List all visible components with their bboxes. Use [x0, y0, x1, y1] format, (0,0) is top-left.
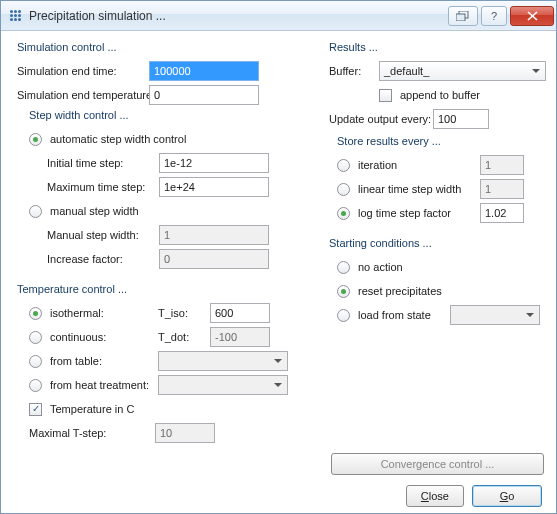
auto-step-label: automatic step width control — [50, 133, 186, 145]
append-checkbox[interactable] — [379, 89, 392, 102]
store-log-label: log time step factor — [358, 207, 476, 219]
store-linear-label: linear time step width — [358, 183, 476, 195]
temp-control-title: Temperature control ... — [17, 283, 311, 295]
buffer-combo[interactable]: _default_ — [379, 61, 546, 81]
from-table-label: from table: — [50, 355, 154, 367]
update-label: Update output every: — [329, 113, 429, 125]
row-store-iteration: iteration — [337, 153, 546, 177]
starting-title: Starting conditions ... — [329, 237, 546, 249]
row-load: load from state — [337, 303, 546, 327]
reset-radio[interactable] — [337, 285, 350, 298]
tiso-label: T_iso: — [158, 307, 206, 319]
row-isothermal: isothermal: T_iso: — [29, 301, 311, 325]
manual-step-label: manual step width — [50, 205, 139, 217]
max-tstep-label: Maximal T-step: — [29, 427, 151, 439]
row-manual-width: Manual step width: — [47, 223, 311, 247]
svg-rect-1 — [456, 14, 465, 21]
end-temp-label: Simulation end temperature: — [17, 89, 145, 101]
titlebar-close-button[interactable] — [510, 6, 554, 26]
row-temp-in-c: ✓ Temperature in C — [29, 397, 311, 421]
row-append: append to buffer — [329, 83, 546, 107]
from-heat-radio[interactable] — [29, 379, 42, 392]
isothermal-label: isothermal: — [50, 307, 154, 319]
isothermal-radio[interactable] — [29, 307, 42, 320]
store-iteration-label: iteration — [358, 159, 476, 171]
titlebar: Precipitation simulation ... ? — [1, 1, 556, 31]
no-action-radio[interactable] — [337, 261, 350, 274]
bottom-bar: Close Go — [329, 481, 546, 507]
from-table-radio[interactable] — [29, 355, 42, 368]
row-end-time: Simulation end time: — [17, 59, 311, 83]
increase-input — [159, 249, 269, 269]
row-auto-step: automatic step width control — [29, 127, 311, 151]
reset-label: reset precipitates — [358, 285, 442, 297]
titlebar-restore-button[interactable] — [448, 6, 478, 26]
restore-icon — [456, 11, 470, 21]
load-label: load from state — [358, 309, 446, 321]
increase-label: Increase factor: — [47, 253, 155, 265]
row-increase: Increase factor: — [47, 247, 311, 271]
from-heat-combo — [158, 375, 288, 395]
max-tstep-input — [155, 423, 215, 443]
row-from-table: from table: — [29, 349, 311, 373]
manual-width-input — [159, 225, 269, 245]
max-step-input[interactable] — [159, 177, 269, 197]
from-heat-label: from heat treatment: — [50, 379, 154, 391]
manual-width-label: Manual step width: — [47, 229, 155, 241]
store-title: Store results every ... — [337, 135, 546, 147]
columns: Simulation control ... Simulation end ti… — [11, 39, 546, 507]
buffer-label: Buffer: — [329, 65, 375, 77]
left-column: Simulation control ... Simulation end ti… — [11, 39, 311, 507]
temp-in-c-label: Temperature in C — [50, 403, 134, 415]
store-iteration-radio[interactable] — [337, 159, 350, 172]
window-title: Precipitation simulation ... — [29, 9, 448, 23]
initial-step-label: Initial time step: — [47, 157, 155, 169]
no-action-label: no action — [358, 261, 403, 273]
row-no-action: no action — [337, 255, 546, 279]
row-store-linear: linear time step width — [337, 177, 546, 201]
append-label: append to buffer — [400, 89, 480, 101]
row-continuous: continuous: T_dot: — [29, 325, 311, 349]
end-time-input[interactable] — [149, 61, 259, 81]
update-input[interactable] — [433, 109, 489, 129]
results-title: Results ... — [329, 41, 546, 53]
row-reset: reset precipitates — [337, 279, 546, 303]
initial-step-input[interactable] — [159, 153, 269, 173]
row-from-heat: from heat treatment: — [29, 373, 311, 397]
store-iteration-input — [480, 155, 524, 175]
dialog-window: Precipitation simulation ... ? Simulatio… — [0, 0, 557, 514]
close-button[interactable]: Close — [406, 485, 464, 507]
end-temp-input[interactable] — [149, 85, 259, 105]
step-width-title: Step width control ... — [29, 109, 311, 121]
go-button[interactable]: Go — [472, 485, 542, 507]
row-buffer: Buffer: _default_ — [329, 59, 546, 83]
row-end-temp: Simulation end temperature: — [17, 83, 311, 107]
starting-block: Starting conditions ... no action reset … — [329, 235, 546, 327]
row-store-log: log time step factor — [337, 201, 546, 225]
app-icon — [7, 8, 23, 24]
load-radio[interactable] — [337, 309, 350, 322]
manual-step-radio[interactable] — [29, 205, 42, 218]
continuous-radio[interactable] — [29, 331, 42, 344]
auto-step-radio[interactable] — [29, 133, 42, 146]
row-max-step: Maximum time step: — [47, 175, 311, 199]
right-column: Results ... Buffer: _default_ append to … — [329, 39, 546, 507]
convergence-button: Convergence control ... — [331, 453, 544, 475]
store-log-radio[interactable] — [337, 207, 350, 220]
store-linear-radio[interactable] — [337, 183, 350, 196]
titlebar-help-button[interactable]: ? — [481, 6, 507, 26]
max-step-label: Maximum time step: — [47, 181, 155, 193]
load-combo — [450, 305, 540, 325]
row-manual-step: manual step width — [29, 199, 311, 223]
convergence-row: Convergence control ... — [329, 453, 546, 481]
end-time-label: Simulation end time: — [17, 65, 145, 77]
store-log-input[interactable] — [480, 203, 524, 223]
tdot-label: T_dot: — [158, 331, 206, 343]
simulation-control-title: Simulation control ... — [17, 41, 311, 53]
temp-in-c-checkbox[interactable]: ✓ — [29, 403, 42, 416]
dialog-body: Simulation control ... Simulation end ti… — [1, 31, 556, 513]
tdot-input — [210, 327, 270, 347]
close-icon — [527, 11, 538, 21]
tiso-input[interactable] — [210, 303, 270, 323]
store-linear-input — [480, 179, 524, 199]
